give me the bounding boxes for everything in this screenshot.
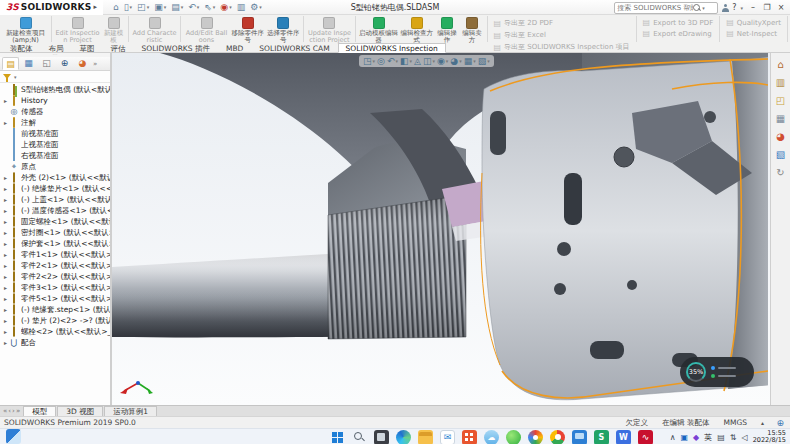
qat-save-button[interactable]: ▣▾ bbox=[152, 1, 168, 14]
tree-item[interactable]: ▸(-) 绝缘垫片<1> (默认<<默认>_显 bbox=[0, 183, 110, 194]
taskpane-custom-properties-button[interactable]: ▧ bbox=[776, 149, 785, 161]
taskpane-home-button[interactable]: ⌂ bbox=[777, 59, 783, 71]
tree-item[interactable]: ◎传感器 bbox=[0, 106, 110, 117]
tree-filter[interactable]: ▾ bbox=[0, 71, 110, 83]
taskbar-task-view-button[interactable] bbox=[374, 430, 389, 444]
close-button[interactable]: × bbox=[774, 1, 788, 14]
expander-icon[interactable]: ▸ bbox=[2, 229, 9, 236]
tab-scroll-2-button[interactable]: › bbox=[12, 407, 15, 415]
expander-icon[interactable]: ▸ bbox=[2, 185, 9, 192]
propertymanager-tab[interactable]: ▦ bbox=[20, 57, 37, 70]
displaymanager-tab[interactable]: ◕ bbox=[74, 57, 91, 70]
tree-item[interactable]: ▸零件5<1> (默认<<默认>_显示状态 bbox=[0, 293, 110, 304]
taskpane-view-palette-button[interactable]: ▦ bbox=[776, 113, 785, 125]
tree-item[interactable]: ▸(-) 绝缘套.step<1> (默认<<默认> bbox=[0, 304, 110, 315]
ribbon-tab-评估[interactable]: 评估 bbox=[103, 43, 134, 53]
tree-item[interactable]: ▸固定螺栓<1> (默认<<默认>_显示 bbox=[0, 216, 110, 227]
new-inspection-project-button[interactable]: 新建检查项目 (amp;N) bbox=[2, 16, 49, 44]
qat-new-button[interactable]: ▯▾ bbox=[122, 1, 134, 14]
tree-item[interactable]: ▸History bbox=[0, 95, 110, 106]
ribbon-tab-布局[interactable]: 布局 bbox=[41, 43, 72, 53]
hide-show-items-button[interactable]: ◉▾ bbox=[437, 56, 448, 66]
search-caret-icon[interactable]: ▾ bbox=[702, 5, 705, 11]
ribbon-tab-SOLIDWORKS Inspection[interactable]: SOLIDWORKS Inspection bbox=[338, 43, 446, 53]
dynamic-annotation-button[interactable]: ◬ bbox=[414, 56, 421, 66]
view-settings-button[interactable]: ▧▾ bbox=[478, 56, 490, 66]
tree-item[interactable]: ▸保护套<1> (默认<<默认>_显示状 bbox=[0, 238, 110, 249]
tab-scroll-1-button[interactable]: ‹ bbox=[8, 407, 11, 415]
filter-caret-icon[interactable]: ▾ bbox=[14, 74, 17, 80]
tree-item[interactable]: ▸零件3<1> (默认<<默认>_显示状态 bbox=[0, 282, 110, 293]
ribbon-tab-MBD[interactable]: MBD bbox=[218, 43, 251, 53]
taskbar-weather-button[interactable]: ☁ bbox=[484, 430, 499, 444]
tab-scroll-0-button[interactable]: « bbox=[3, 407, 7, 415]
expander-icon[interactable]: ▸ bbox=[2, 306, 9, 313]
taskpane-forum-button[interactable]: ↻ bbox=[776, 167, 784, 179]
edit-vendors-button[interactable]: 编辑卖方 bbox=[460, 16, 485, 44]
document-tab-模型[interactable]: 模型 bbox=[23, 406, 56, 416]
status-caret-icon[interactable]: ▴ bbox=[761, 419, 764, 426]
remove-balloons-button[interactable]: 移除零件序号 bbox=[230, 16, 265, 44]
expander-icon[interactable]: ▸ bbox=[2, 218, 9, 225]
edit-operations-button[interactable]: 编辑操作 bbox=[435, 16, 460, 44]
featuremanager-tree-tab[interactable]: ▤ bbox=[2, 57, 19, 70]
taskbar-mail-button[interactable]: ✉ bbox=[440, 430, 455, 444]
zoom-fit-button[interactable]: ◳▾ bbox=[363, 56, 375, 66]
minimize-button[interactable]: – bbox=[746, 1, 760, 14]
previous-view-button[interactable]: ↶▾ bbox=[387, 56, 398, 66]
expander-icon[interactable]: ▸ bbox=[2, 251, 9, 258]
tabs-overflow-icon[interactable]: » bbox=[93, 60, 97, 68]
expander-icon[interactable]: ▸ bbox=[2, 317, 9, 324]
tree-item[interactable]: ⌖原点 bbox=[0, 161, 110, 172]
tray-volume-icon[interactable]: ◁ bbox=[742, 433, 748, 442]
launch-template-editor-button[interactable]: 启动模板编辑器 bbox=[358, 16, 399, 44]
document-tab-运动算例1[interactable]: 运动算例1 bbox=[104, 406, 157, 416]
tree-item[interactable]: ▸(-) 垫片 (2)<2> ->? (默认<<默认 bbox=[0, 315, 110, 326]
search-icon[interactable] bbox=[693, 4, 701, 12]
app-menu[interactable]: 3S SOLIDWORKS ▸ bbox=[0, 0, 103, 15]
taskpane-appearances-button[interactable]: ◕ bbox=[776, 131, 785, 143]
configurationmanager-tab[interactable]: ◱ bbox=[38, 57, 55, 70]
edit-appearance-button[interactable]: ◕▾ bbox=[450, 56, 461, 66]
taskpane-file-explorer-button[interactable]: ◰ bbox=[776, 95, 785, 107]
qat-open-button[interactable]: ◰▾ bbox=[135, 1, 151, 14]
tree-item[interactable]: ▸⋃配合 bbox=[0, 337, 110, 348]
taskpane-design-library-button[interactable]: ▥ bbox=[776, 77, 785, 89]
taskbar-search-button[interactable] bbox=[352, 430, 367, 444]
tree-item[interactable]: S型铂铑热电偶 (默认<默认_显示状态-1 bbox=[0, 84, 110, 95]
taskbar-office-button[interactable] bbox=[462, 430, 477, 444]
taskbar-start-button[interactable] bbox=[330, 430, 345, 444]
tray-cloud-icon[interactable]: ▣ bbox=[681, 433, 689, 442]
taskbar-solidworks-button[interactable]: ∿ bbox=[638, 430, 653, 444]
expander-icon[interactable]: ▸ bbox=[2, 119, 9, 126]
qat-rebuild-button[interactable]: ◉▾ bbox=[218, 1, 233, 14]
taskbar-monitor-app-button[interactable] bbox=[572, 430, 587, 444]
tree-item[interactable]: ▸零件2<2> (默认<<默认>_显示状态 bbox=[0, 271, 110, 282]
taskbar-wps-button[interactable]: W bbox=[616, 430, 631, 444]
apply-scene-button[interactable]: ▦▾ bbox=[464, 56, 476, 66]
restore-button[interactable]: ❐ bbox=[760, 1, 774, 14]
ribbon-tab-草图[interactable]: 草图 bbox=[72, 43, 103, 53]
qat-options-button[interactable]: ⚙▾ bbox=[248, 1, 264, 14]
edit-inspection-methods-button[interactable]: 编辑检查方式 bbox=[399, 16, 434, 44]
expander-icon[interactable]: ▸ bbox=[2, 339, 9, 346]
tree-item[interactable]: ▸螺栓<2> (默认<<默认>_显示状态 bbox=[0, 326, 110, 337]
ribbon-tab-装配体[interactable]: 装配体 bbox=[2, 43, 41, 53]
qat-home-button[interactable]: ⌂ bbox=[111, 1, 121, 14]
qat-undo-button[interactable]: ↶▾ bbox=[186, 1, 201, 14]
ribbon-tab-SOLIDWORKS 插件[interactable]: SOLIDWORKS 插件 bbox=[134, 43, 218, 53]
display-style-button[interactable]: ◫▾ bbox=[423, 56, 435, 66]
tree-item[interactable]: ▸(-) 温度传感器<1> (默认<<默认>_ bbox=[0, 205, 110, 216]
expander-icon[interactable]: ▸ bbox=[2, 273, 9, 280]
taskbar-clock[interactable]: 15:55 2022/8/15 bbox=[753, 430, 786, 444]
taskbar-s-app-button[interactable]: S bbox=[594, 430, 609, 444]
expander-icon[interactable]: ▸ bbox=[2, 196, 9, 203]
select-balloons-button[interactable]: 选择零件序号 bbox=[265, 16, 300, 44]
tree-item[interactable]: ▸零件2<1> (默认<<默认>_显示状态 bbox=[0, 260, 110, 271]
tree-item[interactable]: ▸密封圈<1> (默认<<默认>_显示状 bbox=[0, 227, 110, 238]
tray-touch-keyboard-icon[interactable]: ▤ bbox=[717, 433, 725, 442]
taskbar-edge-button[interactable] bbox=[396, 430, 411, 444]
menu-expand-icon[interactable]: ▸ bbox=[93, 3, 97, 11]
tree-item[interactable]: 右视基准面 bbox=[0, 150, 110, 161]
tree-item[interactable]: ▸(-) 上盖<1> (默认<<默认>_显示状 bbox=[0, 194, 110, 205]
